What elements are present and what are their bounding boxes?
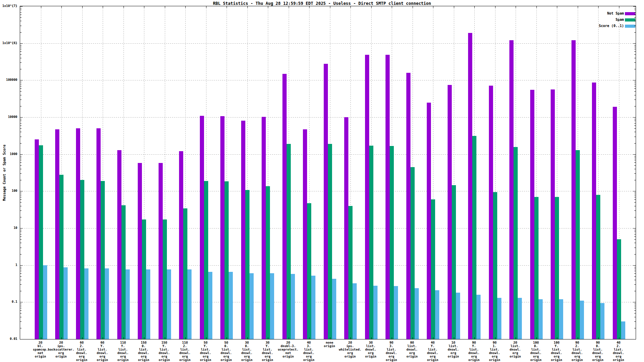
- bar-not-spam-16: [365, 55, 369, 339]
- y-minor-tick: [20, 132, 22, 132]
- bar-not-spam-28: [613, 107, 617, 339]
- y-minor-tick: [634, 284, 636, 285]
- x-tick: [185, 337, 186, 339]
- y-minor-tick: [634, 106, 636, 106]
- x-tick: [413, 6, 413, 8]
- y-major-tick: [20, 6, 23, 7]
- y-minor-tick: [634, 121, 636, 121]
- y-major-tick: [633, 43, 636, 44]
- x-tick: [61, 6, 62, 8]
- bar-not-spam-20: [448, 85, 452, 339]
- bar-spam-15: [348, 206, 353, 339]
- x-tick: [309, 337, 310, 339]
- y-minor-tick: [20, 82, 22, 82]
- x-tick: [392, 337, 392, 339]
- y-minor-tick: [634, 69, 636, 69]
- y-minor-tick: [20, 54, 22, 55]
- y-major-tick: [633, 191, 636, 191]
- y-minor-tick: [20, 236, 22, 237]
- y-minor-tick: [20, 217, 22, 217]
- bar-not-spam-13: [303, 129, 307, 339]
- y-major-tick: [20, 265, 23, 266]
- x-tick: [578, 337, 578, 339]
- y-minor-tick: [634, 156, 636, 156]
- bar-spam-14: [328, 144, 332, 339]
- y-minor-tick: [634, 180, 636, 180]
- y-minor-tick: [634, 236, 636, 237]
- x-tick: [185, 6, 186, 8]
- x-tick: [516, 337, 516, 339]
- y-minor-tick: [634, 100, 636, 100]
- y-minor-tick: [20, 121, 22, 121]
- bar-score-17: [394, 286, 398, 339]
- bar-score-12: [291, 274, 295, 339]
- y-minor-tick: [634, 86, 636, 86]
- bar-score-9: [229, 272, 233, 339]
- x-tick: [41, 337, 41, 339]
- y-major-tick: [633, 6, 636, 7]
- gridline-horizontal: [20, 80, 636, 80]
- y-minor-tick: [634, 280, 636, 280]
- bar-not-spam-22: [489, 86, 493, 339]
- y-minor-tick: [20, 202, 22, 202]
- y-minor-tick: [634, 84, 636, 84]
- bar-spam-24: [534, 197, 539, 339]
- bar-not-spam-15: [344, 117, 348, 339]
- y-minor-tick: [20, 313, 22, 313]
- x-tick: [536, 6, 537, 8]
- y-minor-tick: [634, 8, 636, 8]
- y-minor-tick: [20, 199, 22, 200]
- y-minor-tick: [634, 158, 636, 158]
- y-minor-tick: [634, 308, 636, 308]
- y-minor-tick: [20, 169, 22, 169]
- x-tick: [227, 6, 227, 8]
- bar-spam-21: [472, 136, 476, 339]
- x-tick: [619, 6, 619, 8]
- y-minor-tick: [634, 47, 636, 47]
- y-minor-tick: [20, 160, 22, 160]
- y-minor-tick: [20, 58, 22, 58]
- y-minor-tick: [634, 54, 636, 55]
- bar-spam-19: [431, 199, 435, 339]
- x-tick: [371, 6, 372, 8]
- y-major-tick: [633, 265, 636, 266]
- y-minor-tick: [634, 269, 636, 269]
- y-major-tick: [20, 154, 23, 155]
- bar-spam-18: [410, 167, 415, 339]
- x-tick: [103, 6, 103, 8]
- bar-score-13: [311, 276, 315, 339]
- y-minor-tick: [20, 291, 22, 291]
- y-minor-tick: [20, 45, 22, 45]
- bar-spam-5: [142, 219, 146, 339]
- y-minor-tick: [634, 88, 636, 89]
- legend-swatch-2: [625, 25, 635, 28]
- y-minor-tick: [20, 69, 22, 69]
- bar-not-spam-10: [241, 121, 245, 339]
- y-minor-tick: [20, 271, 22, 271]
- y-minor-tick: [634, 137, 636, 137]
- bar-not-spam-14: [324, 64, 328, 339]
- bar-spam-20: [452, 185, 456, 339]
- y-major-tick: [20, 228, 23, 229]
- y-minor-tick: [20, 62, 22, 63]
- x-tick: [82, 337, 83, 339]
- y-minor-tick: [20, 51, 22, 52]
- x-tick: [330, 6, 330, 8]
- x-tick: [41, 6, 41, 8]
- x-tick: [350, 6, 351, 8]
- x-tick: [144, 6, 144, 8]
- x-tick: [124, 6, 124, 8]
- y-minor-tick: [634, 95, 636, 95]
- bar-spam-28: [617, 239, 621, 339]
- y-minor-tick: [20, 232, 22, 232]
- bar-score-10: [249, 273, 254, 339]
- gridline-horizontal: [20, 43, 636, 44]
- y-minor-tick: [20, 304, 22, 304]
- y-minor-tick: [634, 51, 636, 52]
- y-minor-tick: [634, 217, 636, 217]
- x-tick: [124, 337, 124, 339]
- bar-not-spam-23: [509, 40, 514, 339]
- y-minor-tick: [20, 21, 22, 21]
- bar-not-spam-9: [220, 116, 224, 339]
- x-tick: [289, 337, 289, 339]
